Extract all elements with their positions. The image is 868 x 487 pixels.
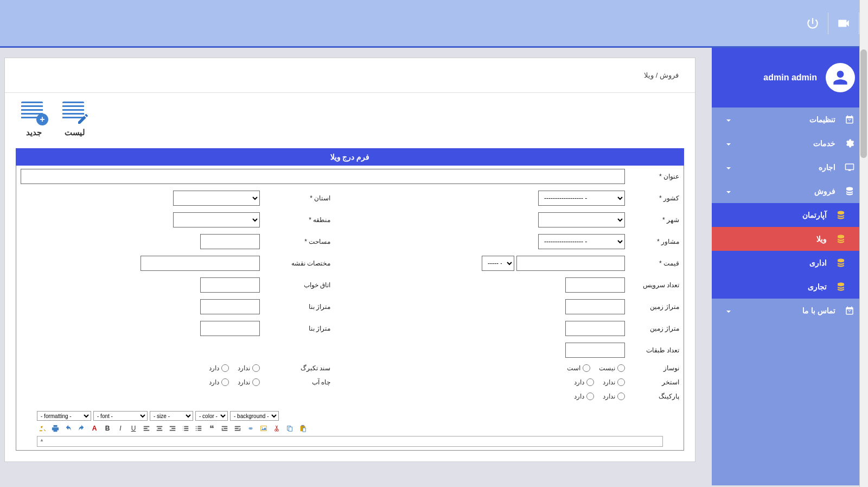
price-unit-select[interactable]: ----- -	[482, 256, 514, 271]
content-card: فروش / ویلا + جدید لیست	[4, 58, 695, 462]
rte-align-right-icon[interactable]	[167, 423, 178, 434]
rte-italic-icon[interactable]: I	[115, 423, 126, 434]
radio-has-not[interactable]: ندارد	[603, 393, 625, 400]
sidebar: admin admin تنظیمات خدمات اجاره فروش	[712, 48, 868, 485]
video-button[interactable]	[833, 12, 854, 34]
rte-formatting-select[interactable]: - formatting -	[37, 411, 91, 421]
rte-undo-icon[interactable]	[63, 423, 74, 434]
list-icon	[62, 102, 87, 123]
radio-has[interactable]: دارد	[209, 378, 229, 386]
list-button[interactable]: لیست	[62, 102, 87, 137]
menu-item-services[interactable]: خدمات	[712, 131, 868, 155]
form-title: فرم درج ویلا	[16, 148, 684, 166]
radio-has[interactable]: دارد	[209, 364, 229, 372]
rte-paste-icon[interactable]	[297, 423, 308, 434]
avatar	[826, 63, 855, 92]
submenu-item-commercial[interactable]: تجاری	[712, 275, 868, 299]
bedrooms-input[interactable]	[200, 277, 260, 293]
rte-bold-icon[interactable]: B	[102, 423, 113, 434]
label-area: مساحت *	[264, 231, 335, 252]
menu-item-rent[interactable]: اجاره	[712, 155, 868, 179]
menu-item-sale[interactable]: فروش	[712, 179, 868, 203]
label-water-well: چاه آب	[264, 375, 335, 389]
radio-has[interactable]: دارد	[574, 378, 594, 386]
main-menu: تنظیمات خدمات اجاره فروش آپ	[712, 107, 868, 322]
chevron-down-icon	[725, 116, 731, 123]
radio-is[interactable]: است	[567, 364, 590, 372]
label-land-area2: متراژ زمین	[629, 318, 684, 339]
database-icon	[844, 186, 855, 197]
rte-copy-icon[interactable]	[284, 423, 295, 434]
topbar	[0, 0, 868, 48]
country-select[interactable]: ------------------ -	[538, 191, 625, 206]
menu-item-contact[interactable]: تماس با ما	[712, 299, 868, 322]
city-select[interactable]	[538, 212, 625, 227]
rte-clear-format-icon[interactable]	[37, 423, 48, 434]
scrollbar[interactable]	[859, 0, 868, 485]
svg-point-1	[196, 428, 197, 429]
power-button[interactable]	[802, 12, 824, 34]
rte-cut-icon[interactable]	[271, 423, 282, 434]
gear-icon	[844, 138, 855, 149]
rte-redo-icon[interactable]	[76, 423, 87, 434]
submenu-label: ویلا	[725, 235, 827, 243]
rte-align-left-icon[interactable]	[141, 423, 152, 434]
radio-has-not[interactable]: ندارد	[603, 378, 625, 386]
rte-font-select[interactable]: - font -	[93, 411, 148, 421]
rte-print-icon[interactable]	[50, 423, 61, 434]
region-select[interactable]	[173, 212, 260, 227]
rte-unordered-list-icon[interactable]	[193, 423, 204, 434]
submenu-item-villa[interactable]: ویلا	[712, 227, 868, 251]
service-count-input[interactable]	[565, 277, 625, 293]
land-area2-input[interactable]	[565, 321, 625, 336]
rte-background-select[interactable]: - background -	[230, 411, 279, 421]
building-area2-input[interactable]	[200, 321, 260, 336]
label-province: استان *	[264, 187, 335, 209]
price-input[interactable]	[516, 256, 625, 271]
svg-rect-9	[303, 428, 305, 432]
svg-point-2	[196, 430, 197, 431]
menu-label: تنظیمات	[740, 115, 835, 124]
rte-underline-icon[interactable]: U	[128, 423, 139, 434]
database-icon	[835, 281, 846, 292]
rte-outdent-icon[interactable]	[219, 423, 230, 434]
rte-quote-icon[interactable]: ❝	[206, 423, 217, 434]
radio-has[interactable]: دارد	[574, 393, 594, 400]
province-select[interactable]	[173, 191, 260, 206]
rte-color-select[interactable]: - color -	[195, 411, 228, 421]
rte-size-select[interactable]: - size -	[150, 411, 193, 421]
menu-item-settings[interactable]: تنظیمات	[712, 107, 868, 131]
rte-indent-icon[interactable]	[232, 423, 243, 434]
land-area-input[interactable]	[565, 299, 625, 314]
floor-count-input[interactable]	[565, 343, 625, 358]
rte-textarea[interactable]	[37, 436, 663, 447]
rte-link-icon[interactable]	[245, 423, 256, 434]
rte-image-icon[interactable]	[258, 423, 269, 434]
radio-has-not[interactable]: ندارد	[238, 364, 260, 372]
form-body: عنوان * کشور * ------------------ - استا…	[16, 166, 684, 451]
calendar-plus-icon	[844, 114, 855, 125]
title-input[interactable]	[21, 169, 625, 184]
consultant-select[interactable]: ------------------ -	[538, 234, 625, 249]
submenu-item-apartment[interactable]: آپارتمان	[712, 203, 868, 227]
label-floor-count: تعداد طبقات	[629, 339, 684, 361]
map-coords-input[interactable]	[141, 256, 260, 271]
radio-is-not[interactable]: نیست	[599, 364, 625, 372]
username: admin admin	[763, 73, 817, 83]
toolbar: + جدید لیست	[5, 93, 695, 148]
label-building-area2: متراژ بنا	[264, 318, 335, 339]
new-button[interactable]: + جدید	[21, 102, 46, 137]
radio-has-not[interactable]: ندارد	[238, 378, 260, 386]
area-input[interactable]	[200, 234, 260, 249]
rte-ordered-list-icon[interactable]	[180, 423, 191, 434]
rte-fontcolor-icon[interactable]: A	[89, 423, 100, 434]
breadcrumb: فروش / ویلا	[5, 58, 695, 93]
building-area-input[interactable]	[200, 299, 260, 314]
submenu-item-office[interactable]: اداری	[712, 251, 868, 275]
rte-align-center-icon[interactable]	[154, 423, 165, 434]
chevron-down-icon	[725, 307, 731, 314]
chevron-down-icon	[725, 164, 731, 170]
menu-label: فروش	[740, 187, 835, 195]
main-content: فروش / ویلا + جدید لیست	[0, 48, 712, 485]
svg-point-4	[262, 427, 263, 428]
